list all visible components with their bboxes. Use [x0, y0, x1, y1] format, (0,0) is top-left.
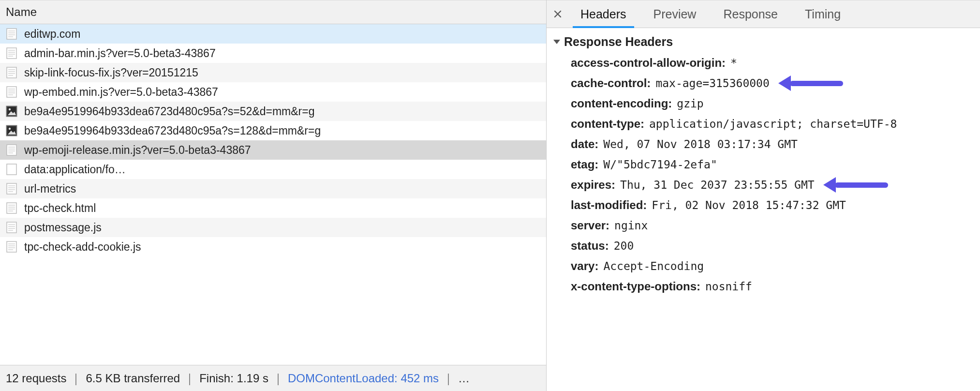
tabs-bar: HeadersPreviewResponseTiming — [547, 0, 980, 28]
request-name: data:application/fo… — [24, 163, 126, 176]
response-headers-section[interactable]: Response Headers — [553, 35, 980, 49]
header-name: date: — [571, 137, 598, 151]
header-line: expires:Thu, 31 Dec 2037 23:55:55 GMT — [553, 175, 980, 195]
document-file-icon — [6, 67, 17, 78]
svg-rect-47 — [7, 241, 16, 252]
status-tail: … — [458, 372, 470, 385]
document-file-icon — [6, 241, 17, 253]
image-file-icon — [6, 125, 17, 136]
request-name: wp-embed.min.js?ver=5.0-beta3-43867 — [24, 86, 218, 99]
request-name: be9a4e9519964b933dea6723d480c95a?s=52&d=… — [24, 105, 314, 118]
status-separator: ｜ — [184, 371, 195, 386]
request-name: url-metrics — [24, 182, 76, 196]
header-line: access-control-allow-origin:* — [553, 53, 980, 73]
header-value: Accept-Encoding — [603, 260, 704, 272]
tab-response[interactable]: Response — [710, 0, 791, 28]
request-row[interactable]: data:application/fo… — [0, 160, 546, 179]
header-line: last-modified:Fri, 02 Nov 2018 15:47:32 … — [553, 195, 980, 215]
header-value: W/"5bdc7194-2efa" — [603, 158, 717, 171]
request-row[interactable]: tpc-check-add-cookie.js — [0, 237, 546, 256]
tab-timing[interactable]: Timing — [791, 0, 854, 28]
header-name: expires: — [571, 178, 615, 192]
svg-point-22 — [9, 108, 11, 110]
header-value: Wed, 07 Nov 2018 03:17:34 GMT — [603, 138, 798, 150]
header-line: cache-control:max-age=315360000 — [553, 73, 980, 93]
header-value: nginx — [614, 219, 648, 232]
header-name: content-encoding: — [571, 97, 672, 110]
request-row[interactable]: wp-emoji-release.min.js?ver=5.0-beta3-43… — [0, 140, 546, 160]
header-line: status:200 — [553, 236, 980, 256]
document-file-icon — [6, 86, 17, 98]
annotation-arrow-icon — [823, 180, 888, 190]
request-name: editwp.com — [24, 28, 80, 41]
header-name: content-type: — [571, 117, 644, 131]
tab-preview[interactable]: Preview — [640, 0, 710, 28]
header-name: access-control-allow-origin: — [571, 56, 726, 70]
header-line: vary:Accept-Encoding — [553, 256, 980, 276]
request-row[interactable]: wp-embed.min.js?ver=5.0-beta3-43867 — [0, 82, 546, 102]
header-line: content-type:application/javascript; cha… — [553, 114, 980, 134]
status-finish: Finish: 1.19 s — [199, 372, 268, 385]
request-row[interactable]: postmessage.js — [0, 218, 546, 237]
document-file-icon — [6, 222, 17, 233]
request-row[interactable]: skip-link-focus-fix.js?ver=20151215 — [0, 63, 546, 82]
details-panel: HeadersPreviewResponseTiming Response He… — [547, 0, 980, 391]
header-name: last-modified: — [571, 198, 647, 212]
request-name: wp-emoji-release.min.js?ver=5.0-beta3-43… — [24, 144, 251, 157]
triangle-down-icon — [553, 40, 560, 44]
header-name: vary: — [571, 259, 598, 273]
svg-rect-0 — [7, 29, 16, 39]
request-row[interactable]: be9a4e9519964b933dea6723d480c95a?s=128&d… — [0, 121, 546, 140]
image-file-icon — [6, 105, 17, 117]
document-file-icon — [6, 183, 17, 195]
document-file-icon — [6, 202, 17, 214]
svg-point-25 — [9, 128, 11, 130]
header-line: date:Wed, 07 Nov 2018 03:17:34 GMT — [553, 134, 980, 154]
close-icon[interactable] — [550, 7, 565, 21]
request-row[interactable]: be9a4e9519964b933dea6723d480c95a?s=52&d=… — [0, 102, 546, 121]
header-name: server: — [571, 219, 609, 232]
request-row[interactable]: editwp.com — [0, 24, 546, 44]
status-separator: ｜ — [70, 371, 82, 386]
status-separator: ｜ — [272, 371, 284, 386]
request-row[interactable]: tpc-check.html — [0, 198, 546, 218]
header-value: max-age=315360000 — [655, 77, 769, 90]
svg-rect-5 — [7, 48, 16, 59]
status-bar: 12 requests ｜ 6.5 KB transferred ｜ Finis… — [0, 365, 546, 391]
status-transferred: 6.5 KB transferred — [86, 372, 180, 385]
request-row[interactable]: url-metrics — [0, 179, 546, 198]
blank-file-icon — [6, 164, 17, 175]
header-value: Fri, 02 Nov 2018 15:47:32 GMT — [652, 199, 846, 211]
svg-rect-26 — [7, 145, 16, 155]
header-line: server:nginx — [553, 215, 980, 236]
request-name: skip-link-focus-fix.js?ver=20151215 — [24, 66, 198, 79]
headers-body: Response Headers access-control-allow-or… — [547, 28, 980, 391]
request-name: admin-bar.min.js?ver=5.0-beta3-43867 — [24, 47, 216, 60]
request-row[interactable]: admin-bar.min.js?ver=5.0-beta3-43867 — [0, 44, 546, 63]
header-name: x-content-type-options: — [571, 280, 700, 293]
svg-rect-37 — [7, 203, 16, 213]
header-value: 200 — [614, 240, 634, 252]
request-name: tpc-check-add-cookie.js — [24, 241, 141, 254]
svg-rect-32 — [7, 183, 16, 194]
tab-headers[interactable]: Headers — [567, 0, 640, 28]
document-file-icon — [6, 28, 17, 40]
header-line: x-content-type-options:nosniff — [553, 276, 980, 297]
document-file-icon — [6, 144, 17, 156]
app-root: Name editwp.comadmin-bar.min.js?ver=5.0-… — [0, 0, 980, 391]
column-header-name[interactable]: Name — [0, 0, 546, 24]
header-name: status: — [571, 239, 609, 253]
annotation-arrow-icon — [778, 78, 843, 88]
network-requests-panel: Name editwp.comadmin-bar.min.js?ver=5.0-… — [0, 0, 547, 391]
svg-rect-15 — [7, 87, 16, 97]
request-name: tpc-check.html — [24, 202, 96, 215]
header-name: etag: — [571, 158, 598, 171]
header-value: nosniff — [705, 280, 752, 293]
svg-rect-10 — [7, 67, 16, 78]
header-value: * — [730, 57, 737, 69]
status-domcontentloaded: DOMContentLoaded: 452 ms — [288, 372, 439, 385]
header-name: cache-control: — [571, 76, 651, 90]
svg-rect-31 — [7, 164, 16, 175]
header-value: gzip — [677, 97, 703, 110]
status-separator: ｜ — [443, 371, 454, 386]
